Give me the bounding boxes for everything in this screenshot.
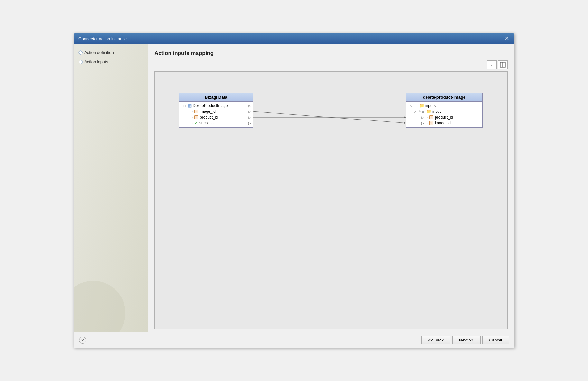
row-label: success [199,121,247,125]
auto-map-button[interactable] [487,60,497,69]
delete-product-image-box: delete-product-image ▷ ⊟ 📁 inputs [406,93,483,128]
tree-row: ▷ ⊟ 📁 inputs [406,103,482,109]
tree-line: └ [426,121,428,125]
back-button[interactable]: << Back [421,336,450,344]
dialog-body: Action definition Action inputs Action i… [74,44,514,332]
folder-icon: 📁 [419,103,424,108]
sidebar-item-label: Action definition [84,50,114,55]
expand-icon[interactable]: ⊟ [422,110,426,113]
help-button[interactable]: ? [79,337,86,344]
sidebar-item-action-definition[interactable]: Action definition [79,50,143,55]
diamond-icon [78,59,83,64]
row-label: product_id [200,115,247,120]
row-label: product_id [435,115,481,120]
tree-line: └ [191,110,193,113]
num-icon: 1 [429,121,433,125]
close-button[interactable]: ✕ [504,36,510,41]
tree-row: ⊟ ▦ DeleteProductImage ▷ [179,103,253,109]
sidebar-item-action-inputs[interactable]: Action inputs [79,59,143,64]
check-icon: ✓ [194,121,198,125]
mapping-canvas: Bizagi Data ⊟ ▦ DeleteProductImage ▷ [160,77,502,323]
row-label: inputs [425,103,481,108]
row-label: input [432,109,481,114]
tree-row: ▷ └ 1 image_id [406,120,482,126]
mapping-area: Bizagi Data ⊟ ▦ DeleteProductImage ▷ [154,71,508,329]
folder-icon: 📁 [427,109,431,114]
dialog-footer: ? << Back Next >> Cancel [74,332,514,348]
toolbar [154,60,508,69]
footer-buttons: << Back Next >> Cancel [421,336,509,344]
tree-row: ▷ └ ⊟ 📁 input [406,109,482,114]
layout-button[interactable] [498,60,508,69]
arrow-in: ▷ [421,116,424,119]
table-icon: ▦ [188,103,192,108]
row-label: DeleteProductImage [193,103,247,108]
num-icon: 1 [429,115,433,119]
title-bar: Connector action instance ✕ [74,33,514,44]
tree-line: └ [426,116,428,119]
layout-icon [500,62,506,68]
page-title: Action inputs mapping [154,50,508,57]
tree-row: └ ✓ success ▷ [179,120,253,126]
dialog: Connector action instance ✕ Action defin… [74,33,514,348]
diamond-icon [78,50,83,55]
num-icon: 1 [194,110,198,113]
row-label: image_id [435,121,481,125]
dialog-title: Connector action instance [78,36,127,41]
arrow-in: ▷ [421,121,424,125]
tree-line: └ [191,121,193,125]
delete-product-image-header: delete-product-image [406,93,482,102]
arrow-in: ▷ [414,110,416,113]
bizagi-data-box: Bizagi Data ⊟ ▦ DeleteProductImage ▷ [179,93,253,128]
svg-line-5 [253,111,406,123]
tree-line: └ [191,116,193,119]
next-button[interactable]: Next >> [452,336,481,344]
tree-row: ▷ └ 1 product_id [406,114,482,120]
arrow-out: ▷ [248,116,251,119]
main-content: Action inputs mapping [148,44,514,332]
sidebar-item-label: Action inputs [84,59,108,64]
arrow-in: ▷ [410,104,412,108]
arrow-out: ▷ [248,110,251,113]
delete-product-image-body: ▷ ⊟ 📁 inputs ▷ └ ⊟ 📁 inpu [406,102,482,127]
bizagi-data-header: Bizagi Data [179,93,253,102]
tree-line: └ [418,110,421,113]
sidebar: Action definition Action inputs [74,44,148,332]
num-icon: 1 [194,115,198,119]
arrow-out: ▷ [248,121,251,125]
cancel-button[interactable]: Cancel [482,336,509,344]
row-label: image_id [200,109,247,114]
bizagi-data-body: ⊟ ▦ DeleteProductImage ▷ └ 1 image_id ▷ [179,102,253,127]
tree-row: └ 1 image_id ▷ [179,109,253,114]
auto-map-icon [489,62,495,68]
expand-icon[interactable]: ⊟ [415,104,418,108]
tree-row: └ 1 product_id ▷ [179,114,253,120]
expand-icon[interactable]: ⊟ [183,104,187,108]
arrow-out: ▷ [248,104,251,108]
